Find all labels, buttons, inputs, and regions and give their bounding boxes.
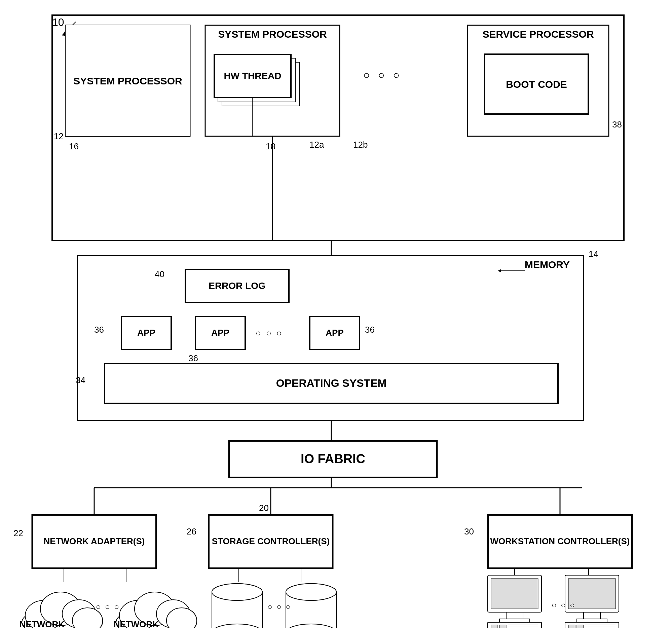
- ref-12a: 12a: [309, 140, 324, 150]
- ref-40: 40: [155, 269, 165, 280]
- svg-rect-61: [500, 619, 530, 622]
- ref-20: 20: [259, 503, 269, 513]
- svg-text:NETWORK: NETWORK: [20, 619, 65, 628]
- ellipsis-apps: ○ ○ ○: [256, 328, 283, 338]
- ref-36c: 36: [365, 324, 375, 335]
- cloud-network-1: NETWORK: [17, 579, 107, 628]
- boot-code-box: BOOT CODE: [484, 54, 589, 114]
- ref-38: 38: [612, 119, 622, 130]
- system-processor-1: SYSTEM PROCESSOR: [66, 25, 190, 136]
- error-log-box: ERROR LOG: [185, 269, 289, 303]
- ref-12b: 12b: [353, 140, 368, 150]
- svg-point-53: [212, 584, 262, 600]
- hw-thread-box: HW THREAD: [214, 54, 291, 98]
- ellipsis-workstations: ○ ○ ○: [552, 600, 576, 610]
- storage-controller-box: STORAGE CONTROLLER(S): [209, 515, 333, 569]
- ref-36a: 36: [94, 324, 104, 335]
- ellipsis-processors: ○ ○ ○: [363, 69, 402, 81]
- ref-18: 18: [266, 141, 275, 152]
- svg-rect-74: [577, 625, 583, 628]
- memory-arrow: [495, 262, 528, 279]
- ref-36b: 36: [188, 353, 198, 364]
- ellipsis-storage: ○ ○ ○: [267, 602, 292, 611]
- svg-rect-60: [506, 612, 523, 619]
- ref-16: 16: [69, 141, 79, 152]
- operating-system-box: OPERATING SYSTEM: [104, 363, 558, 404]
- ref-22: 22: [14, 528, 23, 538]
- workstation-1: [481, 572, 548, 628]
- svg-rect-64: [500, 625, 506, 628]
- svg-rect-70: [583, 612, 600, 619]
- ref-34: 34: [76, 375, 86, 385]
- ref-30: 30: [464, 526, 474, 537]
- app-box-1: APP: [121, 316, 171, 350]
- svg-point-57: [286, 584, 336, 600]
- svg-text:NETWORK: NETWORK: [114, 619, 159, 628]
- io-fabric-box: IO FABRIC: [229, 441, 437, 478]
- ref-12: 12: [54, 131, 64, 142]
- network-adapter-box: NETWORK ADAPTER(S): [32, 515, 157, 569]
- svg-rect-71: [577, 619, 607, 622]
- workstation-controller-box: WORKSTATION CONTROLLER(S): [488, 515, 632, 569]
- svg-marker-37: [498, 269, 501, 272]
- app-box-3: APP: [309, 316, 360, 350]
- cloud-network-2: NETWORK: [111, 579, 202, 628]
- svg-rect-73: [569, 625, 575, 628]
- memory-label: MEMORY: [525, 259, 570, 270]
- ellipsis-networks: ○ ○ ○: [96, 602, 120, 611]
- ref-26: 26: [187, 526, 196, 537]
- svg-rect-63: [491, 625, 498, 628]
- svg-rect-59: [491, 579, 538, 609]
- system-processor-2-label: SYSTEM PROCESSOR: [207, 29, 338, 40]
- app-box-2: APP: [195, 316, 245, 350]
- diagram: 10 SYSTEM PROCESSOR 12 16 SYSTEM PROCESS…: [0, 0, 672, 628]
- cylinder-storage-1: [209, 579, 266, 628]
- ref-14: 14: [589, 249, 598, 259]
- workstation-2: [558, 572, 626, 628]
- service-processor-label: SERVICE PROCESSOR: [469, 29, 607, 40]
